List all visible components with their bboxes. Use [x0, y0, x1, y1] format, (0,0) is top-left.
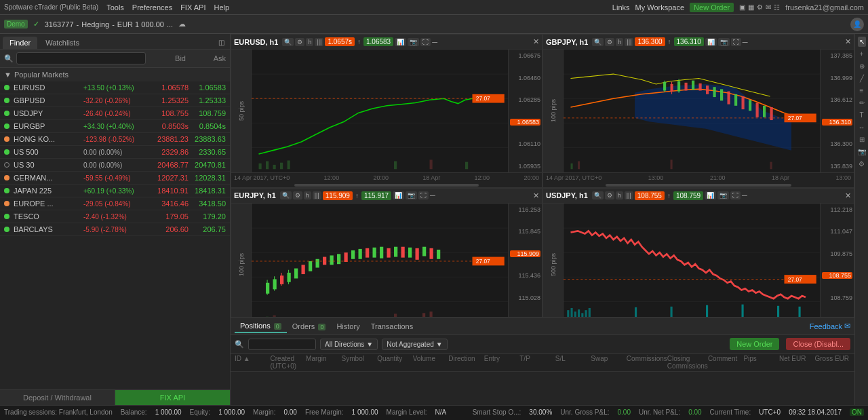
- bottom-search-input[interactable]: [248, 339, 316, 350]
- measure-icon[interactable]: ↔: [857, 122, 867, 132]
- pencil-icon[interactable]: ✏: [858, 98, 866, 108]
- market-row-hongkong[interactable]: HONG KO... -123.98 (-0.52%) 23881.23 238…: [0, 133, 230, 146]
- menu-preferences[interactable]: Preferences: [132, 3, 172, 12]
- settings-icon[interactable]: ⚙: [757, 3, 763, 11]
- chart-bars-btn3[interactable]: |||: [313, 191, 321, 199]
- line-icon[interactable]: ╱: [859, 73, 865, 83]
- scrollbar-thumb[interactable]: [606, 184, 792, 187]
- chart-indicator-btn[interactable]: 📊: [395, 38, 406, 46]
- alert-icon[interactable]: ✉: [766, 3, 771, 11]
- chart-settings-btn2[interactable]: ⚙: [605, 38, 614, 46]
- market-row-europe[interactable]: EUROPE ... -29.05 (-0.84%) 3416.46 3418.…: [0, 197, 230, 210]
- chart-zoom-btn4[interactable]: 🔍: [592, 191, 604, 199]
- monitor-icon[interactable]: ▣: [739, 3, 745, 11]
- chart-settings-btn[interactable]: ⚙: [295, 38, 304, 46]
- svg-rect-75: [394, 246, 397, 256]
- chart-bars-btn4[interactable]: |||: [625, 191, 633, 199]
- finder-tab[interactable]: Finder: [3, 37, 37, 49]
- user-avatar[interactable]: 👤: [850, 18, 864, 31]
- chart-camera-btn2[interactable]: 📷: [718, 38, 730, 46]
- chart-indicator-btn4[interactable]: 📊: [705, 191, 716, 199]
- tab-orders[interactable]: Orders 0: [287, 320, 332, 332]
- popular-markets-header[interactable]: ▼ Popular Markets: [0, 68, 230, 81]
- new-order-button[interactable]: New Order: [730, 338, 779, 350]
- chart-h-btn2[interactable]: h: [616, 38, 623, 46]
- zoom-icon[interactable]: ⊞: [858, 134, 866, 145]
- chart-bars-btn2[interactable]: |||: [625, 38, 633, 46]
- scrollbar-thumb[interactable]: [294, 184, 479, 187]
- menu-fixapi[interactable]: FIX API: [180, 3, 205, 12]
- chart-close-btn-gbpjpy[interactable]: ✕: [845, 37, 851, 46]
- chart-indicator-btn3[interactable]: 📊: [393, 191, 404, 199]
- chart-zoom-btn[interactable]: 🔍: [282, 38, 294, 46]
- tab-transactions[interactable]: Transactions: [366, 320, 419, 332]
- market-row-usdjpy[interactable]: USDJPY -26.40 (-0.24%) 108.755 108.759: [0, 107, 230, 120]
- cursor-tool-icon[interactable]: ↖: [858, 37, 866, 47]
- chart-minimize-btn-eurusd[interactable]: ─: [432, 38, 437, 46]
- text-icon[interactable]: T: [858, 110, 865, 120]
- direction-filter[interactable]: All Directions ▼: [320, 339, 378, 350]
- my-workspace-btn[interactable]: My Workspace: [635, 3, 685, 12]
- market-row-japan225[interactable]: JAPAN 225 +60.19 (+0.33%) 18410.91 18418…: [0, 185, 230, 197]
- aggregation-filter[interactable]: Not Aggregated ▼: [382, 339, 447, 350]
- chart-scrollbar-eurusd[interactable]: [231, 183, 542, 187]
- chart-minimize-btn-usdjpy[interactable]: ─: [742, 191, 747, 199]
- market-row-eurgbp[interactable]: EURGBP +34.30 (+0.40%) 0.8503s 0.8504s: [0, 120, 230, 133]
- sidebar-collapse-btn[interactable]: ◫: [216, 37, 227, 49]
- settings-right-icon[interactable]: ⚙: [857, 159, 866, 169]
- camera-tool-icon[interactable]: 📷: [856, 147, 867, 157]
- feedback-link[interactable]: Feedback ✉: [810, 322, 850, 330]
- market-row-us500[interactable]: US 500 0.00 (0.00%) 2329.86 2330.65: [0, 146, 230, 159]
- chart-camera-btn3[interactable]: 📷: [406, 191, 417, 199]
- tab-history[interactable]: History: [331, 320, 365, 332]
- chart-close-btn-usdjpy[interactable]: ✕: [845, 191, 851, 200]
- chart-minimize-btn-gbpjpy[interactable]: ─: [743, 38, 748, 46]
- balance-value: 1 000.00: [155, 408, 182, 416]
- chart-close-btn-eurjpy[interactable]: ✕: [533, 191, 539, 200]
- chart-close-btn-eurusd[interactable]: ✕: [533, 37, 539, 46]
- crosshair-icon[interactable]: ⊕: [858, 61, 866, 71]
- chart-zoom-btn3[interactable]: 🔍: [280, 191, 292, 199]
- market-search-input[interactable]: [16, 52, 146, 64]
- chart-h-btn[interactable]: h: [306, 38, 313, 46]
- chart-settings-btn4[interactable]: ⚙: [605, 191, 614, 199]
- chart-h-btn4[interactable]: h: [616, 191, 623, 199]
- market-row-german[interactable]: GERMAN... -59.55 (-0.49%) 12027.31 12028…: [0, 172, 230, 185]
- chart-minimize-btn-eurjpy[interactable]: ─: [430, 191, 435, 199]
- chart-fullscreen-btn3[interactable]: ⛶: [418, 191, 429, 199]
- menu-tools[interactable]: Tools: [106, 3, 124, 12]
- chart-settings-btn3[interactable]: ⚙: [293, 191, 302, 199]
- market-row-barclays[interactable]: BARCLAYS -5.90 (-2.78%) 206.60 206.75: [0, 223, 230, 236]
- cloud-icon[interactable]: ☁: [178, 20, 186, 28]
- plus-icon[interactable]: +: [859, 49, 865, 59]
- close-disable-button[interactable]: Close (Disabl...: [786, 338, 850, 350]
- market-row-us30[interactable]: US 30 0.00 (0.00%) 20468.77 20470.81: [0, 159, 230, 172]
- tab-positions[interactable]: Positions 0: [235, 320, 287, 333]
- fixapi-button[interactable]: FIX API: [115, 390, 230, 405]
- chart-scrollbar-gbpjpy[interactable]: [543, 183, 854, 187]
- date-label: 14 Apr 2017, UTC+0: [234, 174, 290, 181]
- chart-camera-btn4[interactable]: 📷: [717, 191, 729, 199]
- svg-rect-74: [387, 248, 391, 257]
- chart-zoom-btn2[interactable]: 🔍: [592, 38, 604, 46]
- chart-camera-btn[interactable]: 📷: [408, 38, 419, 46]
- grid-icon[interactable]: ☷: [774, 3, 780, 11]
- chart-icon[interactable]: ▦: [748, 3, 754, 11]
- chart-bars-btn[interactable]: |||: [315, 38, 323, 46]
- new-order-top-btn[interactable]: New Order: [690, 3, 734, 12]
- chart-h-btn3[interactable]: h: [304, 191, 311, 199]
- market-row-eurusd[interactable]: EURUSD +13.50 (+0.13%) 1.06578 1.06583: [0, 81, 230, 94]
- market-row-tesco[interactable]: TESCO -2.40 (-1.32%) 179.05 179.20: [0, 210, 230, 223]
- market-row-gbpusd[interactable]: GBPUSD -32.20 (-0.26%) 1.25325 1.25333: [0, 94, 230, 107]
- chart-indicator-btn2[interactable]: 📊: [705, 38, 717, 46]
- balance-label: Balance:: [121, 408, 147, 416]
- chart-fullscreen-btn4[interactable]: ⛶: [730, 191, 741, 199]
- channel-icon[interactable]: ≡: [859, 85, 865, 96]
- menu-help[interactable]: Help: [214, 3, 229, 12]
- chart-fullscreen-btn[interactable]: ⛶: [420, 38, 431, 46]
- chart-svg-eurjpy: 27.07: [252, 204, 508, 318]
- deposit-withdrawal-button[interactable]: Deposit / Withdrawal: [0, 390, 115, 405]
- chart-fullscreen-btn2[interactable]: ⛶: [731, 38, 741, 46]
- watchlists-tab[interactable]: Watchlists: [39, 37, 86, 49]
- links-btn[interactable]: Links: [612, 3, 630, 12]
